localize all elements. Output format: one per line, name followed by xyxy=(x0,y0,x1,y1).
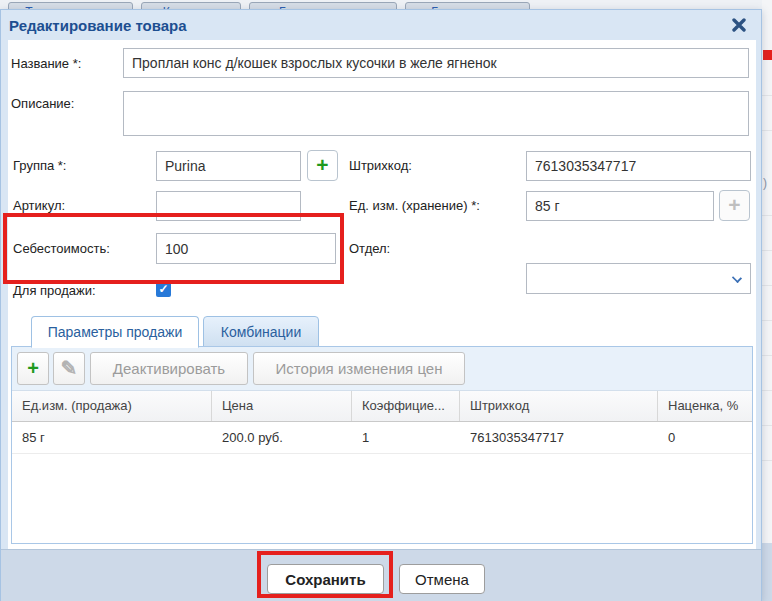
pencil-icon: ✎ xyxy=(61,357,78,379)
tab-combinations[interactable]: Комбинации xyxy=(203,316,319,347)
department-label: Отдел: xyxy=(349,234,390,264)
grid-toolbar: + ✎ Деактивировать История изменения цен xyxy=(12,347,752,391)
column-header-coeff[interactable]: Коэффицие... xyxy=(352,391,460,421)
cost-input[interactable] xyxy=(156,233,336,264)
plus-icon: + xyxy=(316,153,328,176)
sku-input[interactable] xyxy=(156,191,301,221)
name-label: Название *: xyxy=(11,49,81,79)
cell-coeff: 1 xyxy=(352,422,460,453)
chevron-down-icon xyxy=(732,273,742,283)
edit-product-dialog: Редактирование товара Название *: Описан… xyxy=(0,9,762,601)
bg-text-fragment: ) xyxy=(763,176,767,190)
plus-icon: + xyxy=(27,357,39,379)
dialog-footer: Сохранить Отмена xyxy=(1,549,761,601)
save-button[interactable]: Сохранить xyxy=(267,564,384,594)
bg-tab-categories[interactable]: Категории xyxy=(141,2,241,9)
group-label: Группа *: xyxy=(13,151,67,181)
add-group-button[interactable]: + xyxy=(307,150,338,181)
tab-label: Параметры продажи xyxy=(48,324,183,340)
cancel-button[interactable]: Отмена xyxy=(399,564,485,594)
table-row[interactable]: 85 г 200.0 руб. 1 7613035347717 0 xyxy=(12,422,752,454)
dialog-title: Редактирование товара xyxy=(9,17,729,34)
add-row-button[interactable]: + xyxy=(17,352,49,385)
plus-icon: + xyxy=(728,193,740,216)
background-page-top: Товары и услуги Категории Группы товаров… xyxy=(0,0,772,9)
edit-row-button[interactable]: ✎ xyxy=(53,352,85,385)
tab-label: Комбинации xyxy=(221,324,301,340)
for-sale-label: Для продажи: xyxy=(13,276,96,306)
cell-price: 200.0 руб. xyxy=(212,422,352,453)
cell-markup: 0 xyxy=(658,422,752,453)
cell-unit: 85 г xyxy=(12,422,212,453)
bg-annotation-fragment xyxy=(763,50,772,60)
dialog-header[interactable]: Редактирование товара xyxy=(1,10,761,40)
description-input[interactable] xyxy=(123,91,749,136)
column-header-price[interactable]: Цена xyxy=(212,391,352,421)
cell-barcode: 7613035347717 xyxy=(460,422,658,453)
column-header-barcode[interactable]: Штрихкод xyxy=(460,391,658,421)
column-header-markup[interactable]: Наценка, % xyxy=(658,391,752,421)
bg-tab-service-groups[interactable]: Группы услуг xyxy=(405,2,530,9)
barcode-input[interactable] xyxy=(526,151,751,181)
check-icon: ✓ xyxy=(158,282,168,296)
group-input[interactable] xyxy=(156,151,301,181)
close-icon[interactable] xyxy=(729,15,749,35)
deactivate-button[interactable]: Деактивировать xyxy=(90,352,248,385)
column-header-unit[interactable]: Ед.изм. (продажа) xyxy=(12,391,212,421)
name-input[interactable] xyxy=(123,48,749,78)
storage-unit-input[interactable] xyxy=(526,191,714,221)
cost-label: Себестоимость: xyxy=(13,234,110,264)
add-storage-unit-button[interactable]: + xyxy=(719,190,750,221)
department-select[interactable] xyxy=(526,263,751,294)
bg-tab-goods[interactable]: Товары и услуги xyxy=(8,2,133,9)
bg-tab-groups[interactable]: Группы товаров xyxy=(249,2,397,9)
tab-sale-params[interactable]: Параметры продажи xyxy=(31,316,199,348)
background-page-right: ) xyxy=(762,0,772,601)
barcode-label: Штрихкод: xyxy=(349,151,412,181)
description-label: Описание: xyxy=(11,89,74,119)
price-history-button[interactable]: История изменения цен xyxy=(253,352,465,385)
storage-unit-label: Ед. изм. (хранение) *: xyxy=(349,191,480,221)
sale-params-panel: + ✎ Деактивировать История изменения цен… xyxy=(11,346,753,544)
for-sale-checkbox[interactable]: ✓ xyxy=(156,282,171,297)
grid-header: Ед.изм. (продажа) Цена Коэффицие... Штри… xyxy=(12,391,752,422)
sku-label: Артикул: xyxy=(13,191,65,221)
